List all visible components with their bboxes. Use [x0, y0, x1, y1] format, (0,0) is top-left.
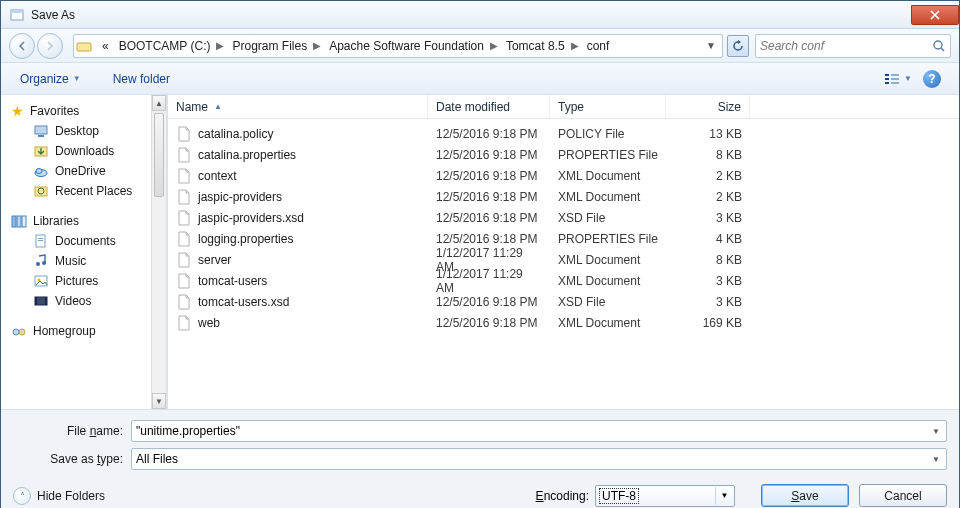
bottom-panel: File name: ▼ Save as type: All Files ▼ E…: [1, 409, 959, 508]
help-icon: ?: [923, 70, 941, 88]
app-icon: [9, 7, 25, 23]
file-date: 12/5/2016 9:18 PM: [428, 295, 550, 309]
scroll-up-button[interactable]: ▲: [152, 95, 166, 111]
file-row[interactable]: jaspic-providers12/5/2016 9:18 PMXML Doc…: [168, 186, 959, 207]
hide-folders-label: Hide Folders: [37, 489, 105, 503]
tree-item-label: Documents: [55, 234, 116, 248]
homegroup-group[interactable]: Homegroup: [7, 321, 149, 341]
svg-rect-4: [885, 74, 889, 76]
breadcrumb[interactable]: « BOOTCAMP (C:)▶ Program Files▶ Apache S…: [73, 34, 723, 58]
svg-rect-1: [11, 10, 23, 13]
file-name: catalina.policy: [198, 127, 273, 141]
search-box[interactable]: [755, 34, 951, 58]
svg-rect-10: [35, 126, 47, 134]
encoding-select[interactable]: UTF-8 ▼: [595, 485, 735, 507]
tree-item[interactable]: Downloads: [7, 141, 149, 161]
docs-icon: [33, 233, 49, 249]
file-type: XML Document: [550, 316, 666, 330]
file-row[interactable]: tomcat-users.xsd12/5/2016 9:18 PMXSD Fil…: [168, 291, 959, 312]
chevron-right-icon: ▶: [214, 40, 226, 51]
chevron-down-icon[interactable]: ▼: [928, 423, 944, 439]
svg-point-23: [36, 262, 40, 266]
file-type: PROPERTIES File: [550, 148, 666, 162]
tree-item[interactable]: Recent Places: [7, 181, 149, 201]
svg-point-30: [13, 329, 19, 335]
svg-rect-9: [891, 82, 899, 84]
cancel-button[interactable]: Cancel: [859, 484, 947, 507]
homegroup-label: Homegroup: [33, 324, 96, 338]
filename-input[interactable]: [136, 424, 928, 438]
tree-item-label: Recent Places: [55, 184, 132, 198]
file-row[interactable]: logging.properties12/5/2016 9:18 PMPROPE…: [168, 228, 959, 249]
breadcrumb-lead[interactable]: «: [96, 35, 113, 57]
file-type: XML Document: [550, 169, 666, 183]
column-type[interactable]: Type: [550, 95, 666, 118]
file-size: 169 KB: [666, 316, 750, 330]
homegroup-icon: [11, 323, 27, 339]
file-date: 1/12/2017 11:29 AM: [428, 267, 550, 295]
tree-item[interactable]: Pictures: [7, 271, 149, 291]
new-folder-button[interactable]: New folder: [104, 67, 179, 91]
file-row[interactable]: catalina.policy12/5/2016 9:18 PMPOLICY F…: [168, 123, 959, 144]
svg-rect-11: [38, 135, 44, 137]
window-controls: [911, 5, 959, 25]
file-size: 2 KB: [666, 190, 750, 204]
save-as-dialog: Save As « BOOTCAMP (C:)▶ Program Files▶ …: [0, 0, 960, 508]
forward-button[interactable]: [37, 33, 63, 59]
refresh-button[interactable]: [727, 35, 749, 57]
tree-item-label: Desktop: [55, 124, 99, 138]
column-size[interactable]: Size: [666, 95, 750, 118]
favorites-group[interactable]: ★ Favorites: [7, 101, 149, 121]
svg-point-3: [934, 41, 942, 49]
column-date[interactable]: Date modified: [428, 95, 550, 118]
breadcrumb-seg[interactable]: BOOTCAMP (C:): [113, 35, 215, 57]
breadcrumb-seg[interactable]: Apache Software Foundation: [323, 35, 488, 57]
list-header: Name▲ Date modified Type Size: [168, 95, 959, 119]
file-name: server: [198, 253, 231, 267]
close-button[interactable]: [911, 5, 959, 25]
tree-item[interactable]: Videos: [7, 291, 149, 311]
breadcrumb-seg[interactable]: Tomcat 8.5: [500, 35, 569, 57]
tree-item[interactable]: Desktop: [7, 121, 149, 141]
scroll-down-button[interactable]: ▼: [152, 393, 166, 409]
videos-icon: [33, 293, 49, 309]
column-name[interactable]: Name▲: [168, 95, 428, 118]
filename-field[interactable]: ▼: [131, 420, 947, 442]
libraries-group[interactable]: Libraries: [7, 211, 149, 231]
saveastype-field[interactable]: All Files ▼: [131, 448, 947, 470]
file-size: 4 KB: [666, 232, 750, 246]
file-name: logging.properties: [198, 232, 293, 246]
recent-icon: [33, 183, 49, 199]
help-button[interactable]: ?: [915, 67, 949, 91]
breadcrumb-seg[interactable]: Program Files: [226, 35, 311, 57]
tree-item[interactable]: Documents: [7, 231, 149, 251]
breadcrumb-dropdown[interactable]: ▼: [702, 40, 720, 51]
file-icon: [176, 147, 192, 163]
search-input[interactable]: [760, 39, 932, 53]
favorites-label: Favorites: [30, 104, 79, 118]
file-row[interactable]: web12/5/2016 9:18 PMXML Document169 KB: [168, 312, 959, 333]
back-button[interactable]: [9, 33, 35, 59]
saveastype-label: Save as type:: [13, 452, 131, 466]
svg-rect-22: [38, 240, 43, 241]
file-icon: [176, 126, 192, 142]
breadcrumb-seg[interactable]: conf: [581, 35, 614, 57]
chevron-up-icon: ˄: [13, 487, 31, 505]
file-row[interactable]: server1/12/2017 11:29 AMXML Document8 KB: [168, 249, 959, 270]
scroll-thumb[interactable]: [154, 113, 164, 197]
file-name: web: [198, 316, 220, 330]
file-icon: [176, 273, 192, 289]
file-row[interactable]: context12/5/2016 9:18 PMXML Document2 KB: [168, 165, 959, 186]
chevron-down-icon[interactable]: ▼: [928, 451, 944, 467]
tree-scrollbar[interactable]: ▲ ▼: [151, 95, 167, 409]
hide-folders-button[interactable]: ˄ Hide Folders: [13, 487, 105, 505]
file-row[interactable]: jaspic-providers.xsd12/5/2016 9:18 PMXSD…: [168, 207, 959, 228]
file-row[interactable]: tomcat-users1/12/2017 11:29 AMXML Docume…: [168, 270, 959, 291]
save-button[interactable]: Save: [761, 484, 849, 507]
file-row[interactable]: catalina.properties12/5/2016 9:18 PMPROP…: [168, 144, 959, 165]
tree-item[interactable]: OneDrive: [7, 161, 149, 181]
view-options-button[interactable]: ▼: [881, 67, 915, 91]
file-name: jaspic-providers.xsd: [198, 211, 304, 225]
organize-button[interactable]: Organize ▼: [11, 67, 90, 91]
tree-item[interactable]: Music: [7, 251, 149, 271]
